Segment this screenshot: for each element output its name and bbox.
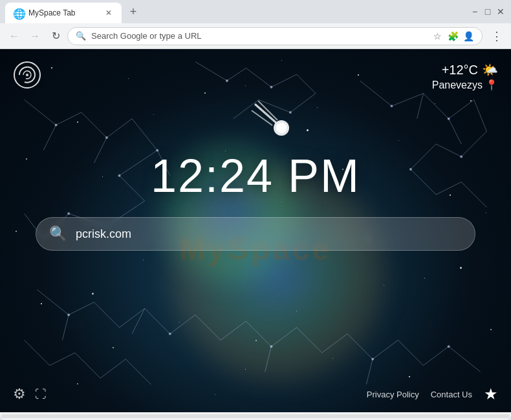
contact-us-link[interactable]: Contact Us [431, 390, 472, 399]
comet-icon [245, 94, 297, 154]
location-pin-icon: 📍 [485, 79, 498, 91]
svg-point-32 [276, 123, 287, 133]
close-button[interactable]: ✕ [495, 6, 506, 17]
minimize-button[interactable]: − [470, 6, 480, 17]
expand-icon[interactable]: ⛶ [35, 388, 47, 401]
forward-button[interactable]: → [26, 27, 44, 45]
svg-point-12 [118, 174, 121, 177]
title-bar-left: 🌐 MySpace Tab ✕ + [5, 0, 470, 23]
bottom-left-icons: ⚙ ⛶ [13, 386, 47, 403]
content-area: MySpace +12°C 🌤️ Panevezys 📍 [0, 49, 511, 412]
extensions-icon[interactable]: 🧩 [447, 30, 459, 42]
search-icon: 🔍 [76, 31, 86, 41]
menu-button[interactable]: ⋮ [488, 27, 506, 45]
search-input[interactable] [76, 227, 462, 241]
spiral-logo [13, 61, 41, 89]
svg-line-6 [132, 308, 145, 333]
settings-icon[interactable]: ⚙ [13, 386, 26, 403]
scrollbar-track [1, 414, 510, 418]
svg-point-18 [226, 79, 228, 82]
tab-favicon: 🌐 [13, 8, 23, 18]
maximize-button[interactable]: □ [483, 6, 493, 17]
address-bar[interactable]: 🔍 Search Google or type a URL ☆ 🧩 👤 [67, 27, 483, 45]
svg-point-24 [371, 358, 374, 361]
browser-frame: 🌐 MySpace Tab ✕ + − □ ✕ ← → ↻ 🔍 Search G… [0, 0, 511, 420]
location-name: Panevezys [432, 79, 483, 91]
search-icon: 🔍 [49, 226, 67, 242]
new-tab-button[interactable]: + [124, 3, 142, 21]
svg-point-27 [26, 74, 28, 76]
svg-point-15 [448, 118, 450, 120]
svg-point-13 [67, 213, 70, 215]
tab-close-button[interactable]: ✕ [103, 8, 114, 18]
svg-line-7 [265, 346, 272, 372]
bottom-right-links: Privacy Policy Contact Us ★ [367, 385, 498, 403]
profile-icon[interactable]: 👤 [462, 30, 474, 42]
logo-icon[interactable] [13, 61, 41, 89]
address-text: Search Google or type a URL [91, 31, 426, 41]
bookmark-star-icon[interactable]: ☆ [431, 30, 443, 42]
time-display: 12:24 PM [151, 149, 360, 202]
svg-point-22 [169, 333, 171, 335]
svg-line-4 [449, 119, 462, 144]
weather-temperature: +12°C 🌤️ [432, 62, 498, 78]
temperature-value: +12°C [442, 63, 478, 78]
weather-icon: 🌤️ [482, 62, 498, 78]
window-controls: − □ ✕ [470, 6, 506, 17]
svg-line-3 [417, 94, 424, 119]
svg-line-5 [62, 315, 69, 340]
scrollbar[interactable] [0, 412, 511, 420]
svg-point-23 [270, 345, 273, 348]
weather-widget: +12°C 🌤️ Panevezys 📍 [432, 62, 498, 91]
svg-line-8 [366, 359, 373, 384]
svg-line-0 [43, 125, 56, 150]
bottom-bar: ⚙ ⛶ Privacy Policy Contact Us ★ [0, 385, 511, 403]
svg-point-19 [270, 86, 273, 89]
browser-tab[interactable]: 🌐 MySpace Tab ✕ [5, 3, 122, 23]
tab-title: MySpace Tab [28, 8, 98, 17]
svg-line-1 [94, 138, 107, 163]
svg-point-16 [460, 155, 462, 158]
svg-point-25 [448, 345, 450, 348]
back-button[interactable]: ← [5, 27, 23, 45]
search-bar[interactable]: 🔍 [36, 217, 475, 251]
comet-svg [245, 94, 297, 146]
svg-point-17 [409, 168, 412, 171]
svg-point-10 [105, 136, 108, 139]
favorite-star-icon[interactable]: ★ [484, 385, 498, 403]
privacy-policy-link[interactable]: Privacy Policy [367, 390, 419, 399]
title-bar: 🌐 MySpace Tab ✕ + − □ ✕ [0, 0, 511, 23]
weather-location: Panevezys 📍 [432, 79, 498, 91]
address-icons: ☆ 🧩 👤 [431, 30, 474, 42]
svg-point-9 [55, 124, 58, 127]
refresh-button[interactable]: ↻ [47, 27, 65, 45]
space-background: MySpace +12°C 🌤️ Panevezys 📍 [0, 49, 511, 412]
svg-point-21 [67, 313, 70, 316]
navigation-bar: ← → ↻ 🔍 Search Google or type a URL ☆ 🧩 … [0, 23, 511, 49]
nav-right-buttons: ⋮ [488, 27, 506, 45]
svg-point-14 [391, 105, 393, 107]
